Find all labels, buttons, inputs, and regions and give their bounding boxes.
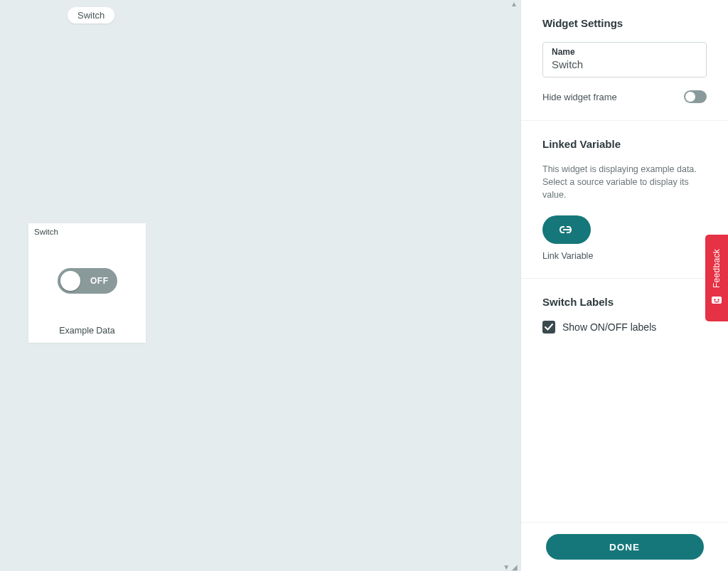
widget-tooltip-label: Switch <box>77 10 105 21</box>
hide-frame-toggle[interactable] <box>684 90 707 103</box>
show-labels-checkbox[interactable] <box>542 321 555 333</box>
show-labels-row: Show ON/OFF labels <box>542 321 707 333</box>
hide-frame-toggle-knob <box>685 92 695 102</box>
name-input[interactable] <box>552 58 697 70</box>
done-button-label: DONE <box>609 542 640 553</box>
section-widget-settings: Widget Settings Name Hide widget frame <box>521 0 728 121</box>
heading-switch-labels: Switch Labels <box>542 296 707 308</box>
section-switch-labels: Switch Labels Show ON/OFF labels <box>521 279 728 351</box>
example-data-label: Example Data <box>28 326 146 343</box>
feedback-icon <box>710 294 723 307</box>
switch-widget-card[interactable]: Switch OFF Example Data <box>28 223 146 343</box>
settings-panel-body: Widget Settings Name Hide widget frame L… <box>521 0 728 522</box>
canvas-area[interactable]: ▲ Switch Switch OFF Example Data ▼ ◢ <box>0 0 520 571</box>
hide-frame-label: Hide widget frame <box>542 92 617 102</box>
name-field-wrap[interactable]: Name <box>542 42 707 78</box>
app-root: ▲ Switch Switch OFF Example Data ▼ ◢ Wid… <box>0 0 728 571</box>
switch-state-label: OFF <box>90 276 109 286</box>
feedback-tab[interactable]: Feedback <box>705 235 728 321</box>
svg-point-2 <box>717 299 719 300</box>
heading-widget-settings: Widget Settings <box>542 17 707 29</box>
link-variable-caption: Link Variable <box>542 251 707 261</box>
svg-rect-0 <box>712 297 722 304</box>
widget-tooltip: Switch <box>68 7 114 23</box>
heading-linked-variable: Linked Variable <box>542 138 707 150</box>
link-icon <box>560 223 574 236</box>
panel-footer: DONE <box>521 522 728 571</box>
linked-variable-description: This widget is displaying example data. … <box>542 163 707 201</box>
switch-control[interactable]: OFF <box>58 268 117 294</box>
show-labels-text: Show ON/OFF labels <box>562 321 656 333</box>
hide-frame-row: Hide widget frame <box>542 90 707 103</box>
svg-point-1 <box>714 299 715 300</box>
settings-panel: Widget Settings Name Hide widget frame L… <box>520 0 728 571</box>
widget-body: OFF <box>28 236 146 326</box>
scroll-indicator-down: ▼ ◢ <box>503 563 518 571</box>
widget-title: Switch <box>28 223 146 236</box>
scroll-indicator-up: ▲ <box>510 0 518 8</box>
link-variable-button[interactable] <box>542 215 591 244</box>
done-button[interactable]: DONE <box>546 534 704 560</box>
check-icon <box>545 321 553 333</box>
switch-knob <box>60 271 80 291</box>
feedback-label: Feedback <box>712 249 722 288</box>
section-linked-variable: Linked Variable This widget is displayin… <box>521 121 728 279</box>
name-field-label: Name <box>552 47 697 57</box>
